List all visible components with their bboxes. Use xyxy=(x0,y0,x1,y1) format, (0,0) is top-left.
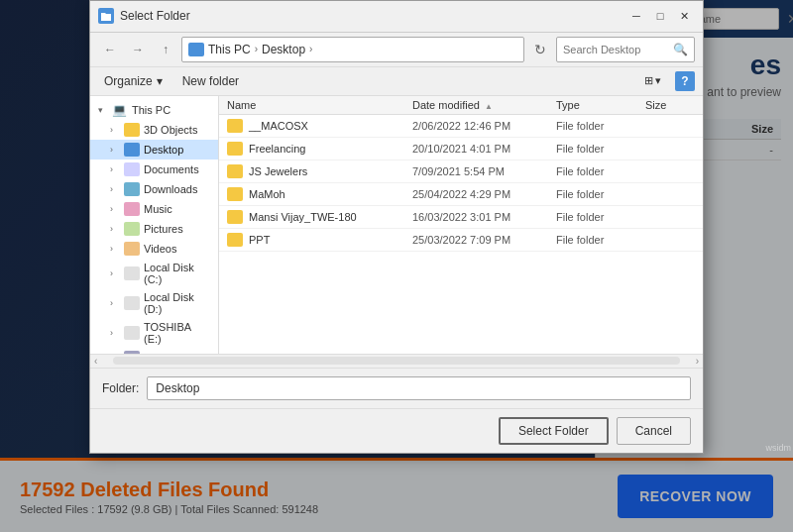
forward-button[interactable]: → xyxy=(126,38,150,61)
pc-icon xyxy=(188,43,204,56)
view-icon: ⊞ xyxy=(644,74,653,87)
expand-icon: ▾ xyxy=(98,105,108,115)
watermark: wsidm xyxy=(765,443,791,453)
nav-item-locald[interactable]: › Local Disk (D:) xyxy=(90,288,218,318)
folder-icon xyxy=(227,142,243,156)
nav-item-toshiba[interactable]: › TOSHIBA (E:) xyxy=(90,318,218,348)
search-icon: 🔍 xyxy=(673,43,688,56)
file-row-mansi[interactable]: Mansi Vijay_TWE-180 16/03/2022 3:01 PM F… xyxy=(219,206,703,229)
folder-label: Folder: xyxy=(102,381,139,395)
titlebar-buttons: ─ □ ✕ xyxy=(625,5,695,27)
expand-icon: › xyxy=(110,184,120,194)
select-folder-button[interactable]: Select Folder xyxy=(499,417,609,445)
file-date: 16/03/2022 3:01 PM xyxy=(412,211,556,223)
file-row-macosx[interactable]: __MACOSX 2/06/2022 12:46 PM File folder xyxy=(219,115,703,138)
folder-pictures-icon xyxy=(124,222,140,236)
back-button[interactable]: ← xyxy=(98,38,122,61)
pc-nav-icon: 💻 xyxy=(112,103,128,117)
folder-icon xyxy=(227,164,243,178)
file-type: File folder xyxy=(556,234,645,246)
search-input[interactable] xyxy=(563,44,669,55)
folder-input-row: Folder: xyxy=(90,368,703,408)
expand-icon: › xyxy=(110,328,120,338)
nav-label-locald: Local Disk (D:) xyxy=(144,291,210,315)
nav-item-localc[interactable]: › Local Disk (C:) xyxy=(90,259,218,288)
nav-label-localc: Local Disk (C:) xyxy=(144,262,210,285)
new-folder-button[interactable]: New folder xyxy=(176,71,245,91)
dialog-content: ▾ 💻 This PC › 3D Objects › Desktop › xyxy=(90,96,703,354)
nav-item-pictures[interactable]: › Pictures xyxy=(90,219,218,239)
file-name: PPT xyxy=(249,234,412,246)
organize-label: Organize xyxy=(104,74,153,88)
file-row-ppt[interactable]: PPT 25/03/2022 7:09 PM File folder xyxy=(219,229,703,252)
help-button[interactable]: ? xyxy=(675,71,695,91)
folder-icon xyxy=(227,210,243,224)
cancel-button[interactable]: Cancel xyxy=(617,417,691,445)
horizontal-scrollbar[interactable]: ‹ › xyxy=(90,354,703,368)
refresh-button[interactable]: ↻ xyxy=(528,38,552,61)
col-header-date: Date modified ▲ xyxy=(412,99,556,111)
expand-icon: › xyxy=(110,268,120,278)
file-name: MaMoh xyxy=(249,188,412,200)
file-name: __MACOSX xyxy=(249,120,412,132)
folder-videos-icon xyxy=(124,242,140,256)
organize-button[interactable]: Organize ▾ xyxy=(98,71,169,91)
up-button[interactable]: ↑ xyxy=(154,38,177,61)
dialog-toolbar: Organize ▾ New folder ⊞ ▾ ? xyxy=(90,67,703,96)
nav-label-thispc: This PC xyxy=(132,104,170,116)
view-button[interactable]: ⊞ ▾ xyxy=(638,71,667,90)
file-date: 7/09/2021 5:54 PM xyxy=(412,165,556,177)
breadcrumb-sep2: › xyxy=(309,44,312,54)
folder-desktop-icon xyxy=(124,143,140,157)
folder-input[interactable] xyxy=(147,376,691,400)
drive-e-icon xyxy=(124,326,140,340)
nav-item-desktop[interactable]: › Desktop xyxy=(90,140,218,160)
file-row-mamoh[interactable]: MaMoh 25/04/2022 4:29 PM File folder xyxy=(219,183,703,206)
drive-d-icon xyxy=(124,296,140,310)
folder-documents-icon xyxy=(124,162,140,176)
file-row-jsjewelers[interactable]: JS Jewelers 7/09/2021 5:54 PM File folde… xyxy=(219,160,703,183)
nav-tree: ▾ 💻 This PC › 3D Objects › Desktop › xyxy=(90,96,219,354)
dialog-titlebar: Select Folder ─ □ ✕ xyxy=(90,1,703,33)
address-bar: ← → ↑ This PC › Desktop › ↻ 🔍 xyxy=(90,33,703,67)
file-date: 2/06/2022 12:46 PM xyxy=(412,120,556,132)
sort-arrow-date: ▲ xyxy=(485,102,493,111)
organize-arrow: ▾ xyxy=(157,74,163,88)
close-button[interactable]: ✕ xyxy=(673,5,695,27)
nav-item-videos[interactable]: › Videos xyxy=(90,239,218,259)
folder-icon xyxy=(227,187,243,201)
minimize-button[interactable]: ─ xyxy=(625,5,647,27)
folder-3dobjects-icon xyxy=(124,123,140,137)
nav-item-thispc[interactable]: ▾ 💻 This PC xyxy=(90,100,218,120)
nav-label-documents: Documents xyxy=(144,163,199,175)
file-name: JS Jewelers xyxy=(249,165,412,177)
nav-label-downloads: Downloads xyxy=(144,183,197,195)
file-type: File folder xyxy=(556,165,645,177)
nav-label-videos: Videos xyxy=(144,243,176,255)
file-type: File folder xyxy=(556,211,645,223)
col-header-size: Size xyxy=(645,99,695,111)
nav-item-downloads[interactable]: › Downloads xyxy=(90,179,218,199)
expand-icon: › xyxy=(110,224,120,234)
breadcrumb-desktop: Desktop xyxy=(262,43,305,56)
nav-label-pictures: Pictures xyxy=(144,223,183,235)
file-date: 20/10/2021 4:01 PM xyxy=(412,143,556,155)
file-row-freelancing[interactable]: Freelancing 20/10/2021 4:01 PM File fold… xyxy=(219,138,703,160)
file-date: 25/03/2022 7:09 PM xyxy=(412,234,556,246)
dialog-icon xyxy=(98,8,114,24)
maximize-button[interactable]: □ xyxy=(649,5,671,27)
scroll-track[interactable] xyxy=(113,357,679,365)
col-header-name: Name xyxy=(227,99,412,111)
scroll-right[interactable]: › xyxy=(696,356,699,367)
filelist-header: Name Date modified ▲ Type Size xyxy=(219,96,703,115)
file-date: 25/04/2022 4:29 PM xyxy=(412,188,556,200)
breadcrumb-sep1: › xyxy=(255,44,258,54)
nav-item-documents[interactable]: › Documents xyxy=(90,160,218,179)
address-box[interactable]: This PC › Desktop › xyxy=(181,37,524,62)
search-box[interactable]: 🔍 xyxy=(556,37,695,62)
nav-item-3dobjects[interactable]: › 3D Objects xyxy=(90,120,218,140)
nav-item-music[interactable]: › Music xyxy=(90,199,218,219)
scroll-left[interactable]: ‹ xyxy=(94,356,97,367)
select-folder-dialog: Select Folder ─ □ ✕ ← → ↑ This PC › Desk… xyxy=(89,0,704,454)
folder-icon xyxy=(227,119,243,133)
